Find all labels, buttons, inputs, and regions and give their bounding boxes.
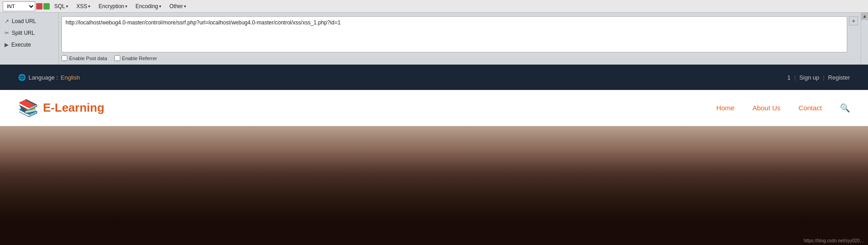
top-nav-right: 1 | Sign up | Register: [787, 74, 850, 81]
register-link[interactable]: Register: [828, 74, 850, 81]
sql-menu[interactable]: SQL▾: [51, 2, 72, 10]
watermark: https://blog.csdn.net/syy020...: [804, 238, 863, 243]
url-main-area: + Enable Post data Enable Referrer: [59, 13, 861, 64]
load-icon: ↗: [5, 18, 9, 24]
url-options-row: Enable Post data Enable Referrer: [61, 55, 858, 61]
logo-icon: 📚: [18, 99, 38, 118]
nav-about-us[interactable]: About Us: [753, 104, 781, 112]
enable-post-label[interactable]: Enable Post data: [61, 55, 107, 61]
enable-referrer-label[interactable]: Enable Referrer: [114, 55, 157, 61]
url-sidebar: ↗ Load URL ✂ Split URL ▶ Execute: [0, 13, 59, 64]
nav-home[interactable]: Home: [717, 104, 735, 112]
scroll-bar: ▲: [861, 13, 868, 64]
main-navigation-bar: 📚 E-Learning Home About Us Contact 🔍: [0, 90, 868, 126]
language-section: 🌐 Language : English: [18, 74, 80, 81]
signup-link[interactable]: Sign up: [799, 74, 819, 81]
top-navigation-bar: 🌐 Language : English 1 | Sign up | Regis…: [0, 65, 868, 90]
encoding-menu[interactable]: Encoding▾: [132, 2, 165, 10]
search-icon[interactable]: 🔍: [840, 103, 850, 113]
int-select[interactable]: INTSTRINGBOOL: [3, 1, 35, 11]
language-link[interactable]: English: [61, 74, 80, 81]
minus-btn[interactable]: [36, 3, 42, 9]
divider-2: |: [823, 74, 824, 81]
url-input[interactable]: [61, 16, 847, 52]
globe-icon: 🌐: [18, 74, 26, 81]
scroll-up-button[interactable]: ▲: [861, 13, 868, 20]
url-input-row: +: [61, 16, 858, 52]
split-icon: ✂: [5, 30, 9, 36]
url-bar-section: ↗ Load URL ✂ Split URL ▶ Execute + Enabl…: [0, 13, 868, 65]
add-btn[interactable]: [43, 3, 50, 9]
divider-1: |: [794, 74, 796, 81]
encryption-menu[interactable]: Encryption▾: [95, 2, 131, 10]
nav-contact[interactable]: Contact: [798, 104, 822, 112]
enable-post-checkbox[interactable]: [61, 55, 67, 61]
hero-area: https://blog.csdn.net/syy020...: [0, 126, 868, 245]
user-number: 1: [787, 74, 790, 81]
toolbar-top: INTSTRINGBOOL SQL▾ XSS▾ Encryption▾ Enco…: [0, 0, 868, 13]
logo-area: 📚 E-Learning: [18, 99, 104, 118]
execute-button[interactable]: ▶ Execute: [0, 40, 58, 50]
split-url-button[interactable]: ✂ Split URL: [0, 28, 58, 38]
other-menu[interactable]: Other▾: [166, 2, 190, 10]
browser-content: 🌐 Language : English 1 | Sign up | Regis…: [0, 65, 868, 245]
enable-referrer-checkbox[interactable]: [114, 55, 120, 61]
logo-text: E-Learning: [43, 101, 104, 115]
xss-menu[interactable]: XSS▾: [73, 2, 94, 10]
execute-icon: ▶: [5, 42, 9, 48]
load-url-button[interactable]: ↗ Load URL: [0, 16, 58, 26]
hero-background: [0, 126, 868, 245]
main-nav-links: Home About Us Contact 🔍: [717, 103, 850, 113]
url-plus-button[interactable]: +: [849, 16, 858, 25]
